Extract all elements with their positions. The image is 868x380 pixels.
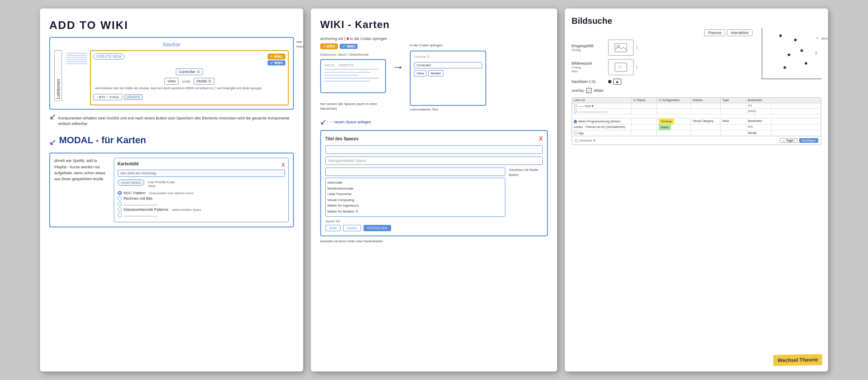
toggle-btn[interactable]: — Toget↑: [780, 138, 797, 143]
row-radio-2: [574, 110, 577, 113]
cell-4-4: Visual Category: [691, 119, 721, 124]
radio-circle-filled: [118, 191, 122, 195]
tab-bar-right: Passive Interaktion: [572, 29, 752, 36]
col-header-3: ⊙ Konfiguration: [657, 98, 691, 103]
cell-5-3: Hans: [657, 125, 691, 130]
nachbarn-row: Nachbarn (↑k) ▲: [572, 79, 752, 85]
check-wiki-btn-mid[interactable]: ✓ WIKI: [340, 44, 358, 49]
table-header-row: Lehn-V2 ⊙ Planes ⊙ Konfiguration Notizen…: [572, 98, 821, 103]
cell-2-2: [631, 109, 657, 114]
neue-space-note: → neuen Space anlegen: [329, 120, 371, 124]
dok-label: Dokument / Buch / Seitenformat: [320, 53, 368, 57]
radio-label-4: Klassenerkennde Patterns: [124, 207, 169, 212]
radio-circle-2: [118, 196, 122, 201]
modal-card-title: Kartenbild: [118, 162, 138, 166]
plus-wiki-btn-mid[interactable]: + WIKI: [320, 43, 338, 49]
new-space-modal: Titel des Spaces X übergeordneter Space …: [320, 130, 548, 236]
change-link-1[interactable]: ⟩: [636, 45, 638, 50]
footer-buttons: — Toget↑ Bestätigen: [780, 138, 818, 143]
modal-close-x[interactable]: X: [282, 162, 285, 168]
modal-card-box: Kartenbild X hier steht ein Vorschlag ne…: [114, 158, 289, 222]
change-link-2[interactable]: ⟩: [636, 65, 638, 69]
eingangsbild-label: Eingangsbild: [572, 44, 606, 48]
view-detail: View: [414, 70, 426, 77]
bestatigen-btn[interactable]: Bestätigen: [799, 138, 818, 143]
cell-6-6: Abrupt: [746, 130, 772, 136]
cell-2-5: [721, 109, 746, 114]
bildererpool-preview: ⊙: [608, 59, 634, 75]
overlay-checkbox[interactable]: ✓: [586, 88, 592, 93]
footer-radio: [575, 139, 578, 142]
table-row-6: Dipl. Abrupt: [572, 130, 821, 136]
cell-5-5: [721, 125, 746, 130]
scatter-dot-4: [788, 54, 790, 56]
cell-5-1: Leuten - Themen an Ihn (Simulationen): [572, 125, 631, 130]
navbar-box: Navbar hier ändert sich jeweils eine der…: [49, 37, 294, 110]
k-up-btn[interactable]: ▲: [613, 79, 621, 85]
eingangsbild-row: Eingangsbild Charg ⟩: [572, 40, 752, 56]
check-wiki-btn[interactable]: ✓ WIKI: [268, 60, 286, 65]
update-btn[interactable]: UPDATE: [124, 94, 143, 100]
footer-label: Kennwort ▼: [580, 139, 596, 142]
sticky-tommy: Tommy: [659, 119, 674, 124]
table-row-5: Leuten - Themen an Ihn (Simulationen) Ha…: [572, 125, 821, 130]
radio-circle-5: [118, 213, 122, 217]
radio-item-5: [118, 213, 285, 217]
cell-4-1: Melen Programmierung (bisher): [572, 119, 631, 124]
controller-detail: Controller: [414, 62, 482, 68]
modal-uebergeordnet-field[interactable]: übergeordneter Space: [325, 156, 543, 165]
cell-6-4: [691, 130, 721, 136]
gebiete-label: GEBIETE: [339, 63, 354, 67]
cell-6-text: Dipl.: [578, 132, 584, 135]
wiki-karten-title: WIKI - Karten: [320, 19, 548, 31]
plus-wiki-btn[interactable]: + WIKI: [268, 54, 285, 60]
mouse-cursor: ↖ sliced: [816, 37, 828, 40]
btc-box: ↑ BTC ↑ X EUL: [93, 94, 122, 100]
cell-4-6[interactable]: Bearbeiten: [746, 119, 772, 124]
tab-interaktion-btn[interactable]: Interaktion: [727, 29, 752, 36]
bildsuche-section: Bildsuche Passive Interaktion Eingangsbi…: [572, 16, 752, 93]
image-icon: [614, 43, 627, 52]
scatter-dot-2: [794, 39, 797, 41]
radio-list: MVC Pattern Vorauswahl vom aktiven Kurs …: [118, 191, 285, 217]
cell-2-1: ——————————: [572, 109, 631, 114]
modal-search-field[interactable]: [325, 167, 505, 176]
modal-section-title: MODAL - für Karten: [59, 135, 146, 146]
neuer-space-btn[interactable]: neuer Space: [118, 179, 144, 186]
vorschau-note: Vorschau mit Radio Button: [509, 167, 543, 178]
scatter-plot: ↖ sliced ?: [762, 28, 821, 79]
cell-2-text: ——————————: [578, 110, 608, 113]
low-priority-note: Low Priority in der View: [148, 180, 182, 188]
scatter-dot-1: [779, 34, 782, 37]
svg-rect-0: [615, 43, 627, 52]
radio-label-2: Rechnen mit Bits: [124, 196, 152, 201]
modal-title-label: Titel des Spaces: [325, 136, 358, 141]
space-list-box: RAUM GEBIETE: [320, 59, 386, 93]
tab-seite-btn[interactable]: Seite: [325, 225, 341, 231]
col-header-5: Topic: [721, 98, 746, 103]
tab-karten-btn[interactable]: Karten: [343, 225, 361, 231]
eingangsbild-sub: Charg: [572, 48, 606, 52]
svg-text:⊙: ⊙: [619, 65, 622, 69]
tab-passive-btn[interactable]: Passive: [704, 29, 725, 36]
scatter-area: ↖ sliced ?: [758, 28, 821, 93]
table-footer: Kennwort ▼ — Toget↑ Bestätigen: [572, 136, 821, 145]
modal-title-field[interactable]: [325, 145, 543, 154]
cell-6-5: [721, 130, 746, 136]
col-header-1: Lehn-V2: [572, 98, 631, 103]
list-item-5: Mathe für Ingenieure: [327, 203, 503, 209]
radio-item-1: MVC Pattern Vorauswahl vom aktiven Kurs: [118, 191, 285, 195]
footer-left: Kennwort ▼: [575, 139, 596, 142]
neue-space-arrow: ↙: [320, 117, 327, 127]
modal-close-btn[interactable]: X: [539, 135, 543, 142]
cell-6-1: Dipl.: [572, 130, 631, 136]
selbst-note: selbst erstellter Space: [172, 208, 201, 211]
list-item-4: Visual Computing: [327, 197, 503, 203]
row-radio-6: [574, 131, 577, 135]
list-item-1: Informatik: [327, 180, 503, 186]
middle-page: WIKI - Karten anchoring mit { in die Cod…: [311, 9, 557, 371]
cell-2-4: [691, 109, 721, 114]
erstellen-btn[interactable]: ERSTELLEN: [364, 225, 391, 231]
view-box: View: [164, 78, 178, 85]
scatter-dot-5: [805, 62, 807, 65]
